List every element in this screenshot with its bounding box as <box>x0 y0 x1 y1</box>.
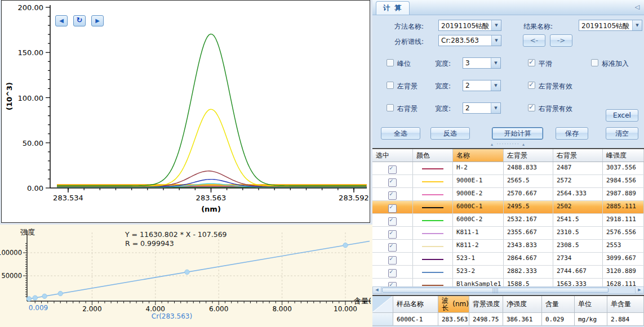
column-header-1[interactable]: 颜色 <box>413 149 453 162</box>
sample-table-header: 选中颜色名称左背景右背景峰强度 <box>372 149 644 162</box>
table-row[interactable]: 523-22882.3332744.6673120.889 <box>372 266 644 279</box>
data-point[interactable] <box>33 295 37 300</box>
table-row[interactable]: 9000E-12565.525722984.556 <box>372 175 644 188</box>
color-swatch <box>422 207 443 208</box>
column-header-2[interactable]: 名称 <box>453 149 504 162</box>
table-row[interactable]: K811-12355.6672310.52576.556 <box>372 227 644 240</box>
result-cell-2: 2498.75 <box>469 313 503 326</box>
left-width-select[interactable]: 2 ▼ <box>463 80 501 91</box>
scroll-left-icon[interactable]: ◀ <box>373 287 381 293</box>
row-checkbox[interactable] <box>388 269 397 277</box>
left-bg-checkbox[interactable] <box>387 82 394 89</box>
table-row[interactable]: K811-22343.8332308.52553 <box>372 240 644 253</box>
row-checkbox[interactable] <box>388 217 397 226</box>
data-point[interactable] <box>58 291 63 295</box>
scrollbar-track[interactable] <box>609 287 635 293</box>
row-checkbox[interactable] <box>388 178 397 187</box>
chevron-down-icon[interactable]: ▼ <box>491 103 500 113</box>
checked-cell <box>372 175 413 187</box>
result-column-header-0[interactable]: 样品名称 <box>393 296 438 313</box>
result-column-header-2[interactable]: 背景强度 <box>469 296 503 313</box>
row-selector-cell[interactable] <box>372 313 393 326</box>
method-name-value: 20191105钴酸 <box>441 21 491 31</box>
result-column-header-6[interactable]: 单含量 <box>607 296 644 313</box>
refresh-icon[interactable]: ↻ <box>73 15 86 26</box>
right-bg-checkbox[interactable] <box>387 104 394 111</box>
row-checkbox[interactable] <box>388 165 397 174</box>
scroll-right-icon[interactable]: ▶ <box>635 287 643 293</box>
color-swatch <box>422 233 443 234</box>
smooth-checkbox[interactable] <box>528 59 535 66</box>
peak-cell: 2984.556 <box>603 175 644 187</box>
tab-calculate[interactable]: 计 算 <box>376 1 410 15</box>
name-cell: 523-1 <box>453 253 504 265</box>
right-bg-cell: 2564.333 <box>553 188 603 200</box>
table-row[interactable]: 523-12864.66727343099.667 <box>372 253 644 266</box>
row-checkbox[interactable] <box>388 204 397 213</box>
spectral-nav: ◀ ↻ ▶ <box>55 15 104 26</box>
left-bg-valid-checkbox[interactable] <box>528 82 535 89</box>
table-row[interactable]: 6000C-12495.525022885.111 <box>372 201 644 214</box>
result-table-row[interactable]: 6000C-1283.5632498.75386.3610.029mg/kg2.… <box>372 313 644 326</box>
scrollbar-thumb[interactable]: |||| <box>382 288 609 293</box>
result-column-header-5[interactable]: 单位 <box>575 296 607 313</box>
result-column-header-4[interactable]: 含量 <box>542 296 575 313</box>
peak-position-checkbox[interactable] <box>387 59 394 66</box>
peak-width-select[interactable]: 3 ▼ <box>463 57 501 69</box>
column-header-4[interactable]: 右背景 <box>553 149 603 162</box>
name-cell: 9000E-1 <box>453 175 504 187</box>
checked-cell <box>372 201 413 213</box>
peak-green <box>57 34 366 186</box>
data-point[interactable] <box>343 243 348 248</box>
chevron-down-icon[interactable]: ▼ <box>491 80 500 91</box>
name-cell: K811-1 <box>453 227 504 239</box>
right-width-select[interactable]: 2 ▼ <box>463 102 501 114</box>
data-point[interactable] <box>42 294 47 298</box>
table-row[interactable]: 9000E-22570.6672564.3332987.889 <box>372 188 644 201</box>
right-bg-cell: 2502 <box>553 201 603 213</box>
data-point[interactable] <box>26 297 31 301</box>
row-checkbox[interactable] <box>388 243 397 252</box>
row-checkbox[interactable] <box>388 230 397 239</box>
chevron-down-icon[interactable]: ▼ <box>632 20 642 30</box>
start-calculate-button[interactable]: 开始计算 <box>492 127 543 140</box>
result-column-header-1[interactable]: 波长(nm) <box>438 296 469 313</box>
splitter-handle[interactable]: ▴ ········· ▴ <box>372 142 644 147</box>
save-button[interactable]: 保存 <box>556 127 588 140</box>
analysis-line-select[interactable]: Cr:283.563 ▼ <box>438 35 501 46</box>
next-spectrum-button[interactable]: ▶ <box>91 15 104 26</box>
chevron-down-icon[interactable]: ▼ <box>491 20 501 30</box>
table-row[interactable]: 6000C-22532.1672541.52918.111 <box>372 214 644 227</box>
select-all-button[interactable]: 全选 <box>381 127 420 140</box>
standard-addition-checkbox[interactable] <box>591 59 598 66</box>
column-header-5[interactable]: 峰强度 <box>603 149 644 162</box>
next-line-button[interactable]: -> <box>550 34 572 47</box>
prev-line-button[interactable]: <- <box>523 34 545 47</box>
row-checkbox[interactable] <box>388 191 397 200</box>
method-name-select[interactable]: 20191105钴酸 ▼ <box>438 20 501 31</box>
horizontal-scrollbar[interactable]: ◀ |||| ▶ <box>372 286 644 294</box>
right-bg-valid-checkbox[interactable] <box>528 104 535 111</box>
name-cell: 6000C-2 <box>453 214 504 226</box>
excel-export-button[interactable]: Excel <box>606 109 638 122</box>
table-row[interactable]: H-22488.83324873037.556 <box>372 162 644 175</box>
clear-button[interactable]: 清空 <box>606 127 638 140</box>
left-width-value: 2 <box>465 82 490 89</box>
right-bg-cell: 2744.667 <box>553 266 603 278</box>
left-bg-cell: 2495.5 <box>504 201 553 213</box>
data-point[interactable] <box>185 270 189 274</box>
column-header-0[interactable]: 选中 <box>372 149 413 162</box>
column-header-3[interactable]: 左背景 <box>504 149 553 162</box>
color-cell <box>413 201 453 213</box>
row-checkbox[interactable] <box>388 256 397 265</box>
chevron-down-icon[interactable]: ▼ <box>491 58 500 68</box>
chevron-down-icon[interactable]: ▼ <box>491 35 501 46</box>
invert-selection-button[interactable]: 反选 <box>430 127 470 140</box>
left-bg-cell: 2343.833 <box>504 240 553 252</box>
svg-text:2.000: 2.000 <box>82 305 101 313</box>
collapse-panel-icon[interactable]: ◁ <box>635 3 639 11</box>
svg-text:含量(: 含量( <box>354 297 371 305</box>
prev-spectrum-button[interactable]: ◀ <box>55 15 68 26</box>
result-column-header-3[interactable]: 净强度 <box>503 296 542 313</box>
result-name-select[interactable]: 20191105钴酸 ▼ <box>579 20 642 31</box>
